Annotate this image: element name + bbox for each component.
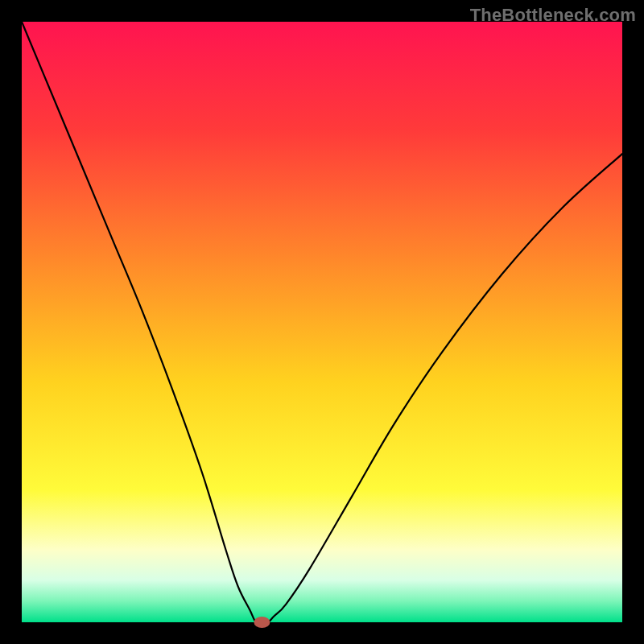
plot-background [22, 22, 622, 622]
chart-container: TheBottleneck.com [0, 0, 644, 644]
watermark-text: TheBottleneck.com [470, 5, 636, 26]
optimum-marker [254, 617, 270, 628]
bottleneck-chart [0, 0, 644, 644]
